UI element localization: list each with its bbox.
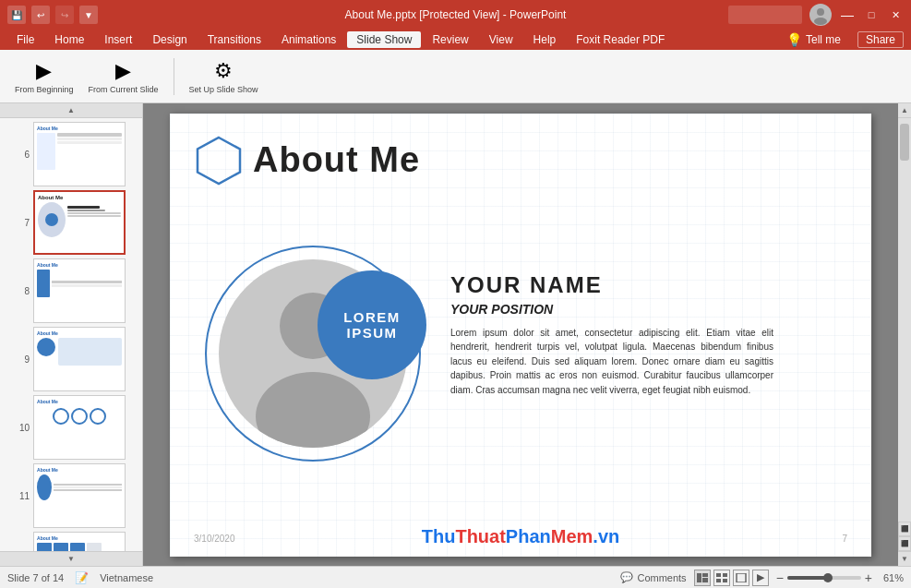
tell-me[interactable]: 💡 Tell me [786,32,841,47]
tab-home[interactable]: Home [45,31,93,48]
tab-review[interactable]: Review [423,31,477,48]
slide-thumb-container-11: 11 About Me [18,463,126,528]
setup-icon: ⚙ [214,59,233,83]
comments-label[interactable]: Comments [637,572,686,583]
zoom-level[interactable]: 61% [876,572,904,583]
brand-phan: Phan [506,526,551,546]
tab-animations[interactable]: Animations [272,31,345,48]
tab-help[interactable]: Help [524,31,566,48]
title-bar: 💾 ↩ ↪ ▼ About Me.pptx [Protected View] -… [0,0,911,30]
setup-label: Set Up Slide Show [189,85,258,94]
about-me-title: About Me [253,140,420,180]
brand-vn: .vn [593,526,619,546]
save-icon[interactable]: 💾 [7,6,26,24]
slide-thumb-6[interactable]: About Me [33,122,126,186]
divider [174,58,174,95]
slide-thumb-12[interactable]: About Me [33,532,126,551]
panel-scroll-down[interactable]: ▼ [0,551,142,566]
brand-mem: Mem [551,526,593,546]
normal-view-btn[interactable] [694,570,711,586]
svg-rect-10 [716,573,721,577]
canvas-scroll-thumb[interactable] [900,124,909,161]
slideshow-btn[interactable]: ▶ [752,570,769,586]
zoom-minus-btn[interactable]: − [776,570,784,585]
lightbulb-icon: 💡 [786,32,802,47]
share-button[interactable]: Share [857,31,904,48]
language[interactable]: Vietnamese [100,572,153,583]
lorem-circle: LOREM IPSUM [318,270,426,379]
svg-point-1 [814,18,827,25]
zoom-control: − + 61% [776,570,904,585]
slide-thumb-container-10: 10 About Me [18,395,126,460]
slide-thumbnails: 6 About Me [0,118,142,551]
main-area: ▲ 6 About Me [0,103,911,566]
slide-thumb-7[interactable]: About Me [33,190,126,255]
slide-thumb-10[interactable]: About Me [33,395,126,460]
canvas-scroll-down[interactable]: ▼ [898,551,911,566]
slide-info: Slide 7 of 14 [7,572,64,583]
slide-canvas[interactable]: About Me [170,114,871,557]
canvas-vscroll: ▲ ⬛ ⬛ ▼ [898,103,911,566]
slide-num-6: 6 [18,150,30,160]
your-position: YOUR POSITION [450,302,773,317]
comment-icon: 💬 [620,571,633,583]
title-bar-left: 💾 ↩ ↪ ▼ [7,6,98,24]
panel-scroll-up[interactable]: ▲ [0,103,142,118]
svg-marker-3 [198,138,240,184]
view-buttons: ▶ [694,570,769,586]
svg-rect-11 [723,573,727,577]
user-avatar [809,4,832,26]
tab-foxit[interactable]: Foxit Reader PDF [567,31,674,48]
from-beginning-button[interactable]: ▶ From Beginning [15,59,74,94]
tab-design[interactable]: Design [143,31,196,48]
ribbon-tabs: File Home Insert Design Transitions Anim… [0,30,911,50]
tab-insert[interactable]: Insert [95,31,141,48]
maximize-button[interactable]: □ [863,6,880,23]
canvas-scroll-track[interactable] [898,118,911,522]
svg-rect-8 [702,573,708,577]
window-title: About Me.pptx [Protected View] - PowerPo… [345,8,567,21]
slide-num-8: 8 [18,286,30,296]
slide-thumb-8[interactable]: About Me [33,258,126,323]
from-beginning-icon: ▶ [36,59,52,83]
reading-view-btn[interactable] [733,570,749,586]
minimize-button[interactable]: — [839,6,856,23]
canvas-scroll-more[interactable]: ⬛ [898,522,911,536]
slide-num-10: 10 [18,423,30,433]
canvas-scroll-more2[interactable]: ⬛ [898,536,911,551]
slide-thumb-11[interactable]: About Me [33,463,126,528]
status-bar-right: 💬 Comments ▶ − + 61% [620,570,904,586]
undo-icon[interactable]: ↩ [31,6,50,24]
slide-sorter-btn[interactable] [713,570,730,586]
zoom-slider-fill [787,576,828,580]
canvas-wrapper[interactable]: About Me [143,103,898,566]
notes-icon: 📝 [75,571,89,584]
svg-rect-7 [697,573,701,582]
slide-thumb-9[interactable]: About Me [33,327,126,391]
slide-num-11: 11 [18,491,30,501]
tab-transitions[interactable]: Transitions [198,31,270,48]
canvas-scroll-up[interactable]: ▲ [898,103,911,118]
info-block: YOUR NAME YOUR POSITION Lorem ipsum dolo… [450,272,773,398]
lorem-line1: LOREM [343,309,401,325]
from-current-button[interactable]: ▶ From Current Slide [89,59,159,94]
from-beginning-label: From Beginning [15,85,74,94]
close-button[interactable]: ✕ [887,6,904,23]
slide-page-num: 7 [842,534,847,544]
zoom-plus-btn[interactable]: + [865,570,872,585]
redo-icon[interactable]: ↪ [55,6,74,24]
normal-view-icon [697,573,708,582]
brand-thu: Thu [422,526,456,546]
setup-show-button[interactable]: ⚙ Set Up Slide Show [189,59,258,94]
zoom-slider[interactable] [787,576,861,580]
lorem-body: Lorem ipsum dolor sit amet, consectetur … [450,326,773,398]
quick-access-icon[interactable]: ▼ [79,6,98,24]
tab-file[interactable]: File [7,31,43,48]
zoom-slider-thumb[interactable] [823,573,833,582]
tab-slideshow[interactable]: Slide Show [347,31,421,48]
svg-rect-12 [716,579,721,582]
slide-thumb-container-8: 8 About Me [18,258,126,323]
comments-button[interactable]: 💬 Comments [620,571,686,583]
tab-view[interactable]: View [480,31,522,48]
tell-me-label[interactable]: Tell me [806,33,841,46]
